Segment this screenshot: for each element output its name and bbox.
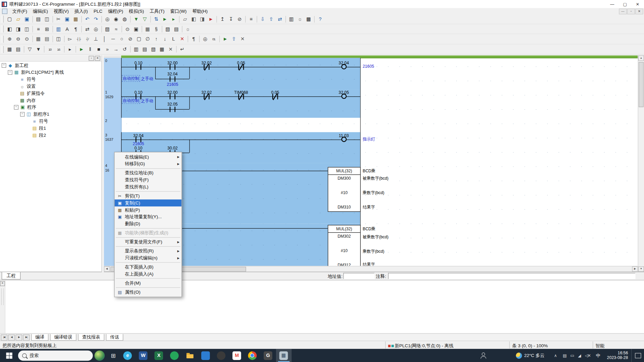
window-cascade-2-button[interactable]: ▧ (149, 45, 158, 53)
project-tab[interactable]: 工程 (2, 272, 20, 280)
context-menu-item-show-bar[interactable]: 显示条按照(R)▶ (115, 247, 182, 254)
new-closed-contact-button[interactable]: ┤/ (83, 35, 92, 43)
menu-insert[interactable]: 插入(I) (72, 8, 91, 14)
maximize-button[interactable]: ▢ (619, 0, 631, 8)
tab-compile[interactable]: 编译 (31, 334, 48, 341)
new-closed-coil-button[interactable]: ⊘ (126, 35, 135, 43)
new-instruction-button[interactable]: ▢ (135, 35, 144, 43)
online-edit-send-button[interactable]: ⇧ (229, 35, 238, 43)
tree-expander[interactable]: − (2, 63, 6, 68)
context-menu-item-paste[interactable]: ▦粘贴(P) (115, 206, 182, 214)
tree-item-ext-instructions[interactable]: ▤扩展指令 (0, 90, 101, 97)
mdi-restore-button[interactable]: ▫ (627, 8, 635, 14)
filter-down-button[interactable]: ▽ (25, 45, 34, 53)
tree-expander[interactable]: − (14, 105, 18, 109)
tree-item-new-project[interactable]: −◆新工程 (0, 62, 101, 69)
window-tile-horizontal-button[interactable]: ▥ (132, 45, 141, 53)
context-menu-item-insert-row-below[interactable]: 在下面插入(B) (115, 263, 182, 270)
output-grip[interactable] (1, 289, 4, 305)
new-or-contact-button[interactable]: ⊥ (92, 35, 100, 43)
taskbar-app-excel[interactable]: X (151, 349, 167, 362)
ladder-editor[interactable]: 0 1 1629 2 3 1637 4 16 0.10 32.00 (104, 55, 638, 272)
compile-button[interactable]: ▼ (132, 15, 141, 23)
compile-all-button[interactable]: ▽ (141, 15, 149, 23)
tree-item-program-symbols[interactable]: ≡符号 (0, 118, 101, 125)
taskbar-app-edge[interactable]: e (120, 349, 136, 362)
undo-button[interactable]: ↶ (83, 15, 92, 23)
line-delete-button[interactable]: ✕ (178, 35, 186, 43)
view-windows-button[interactable]: ◧ (5, 25, 14, 33)
transfer-to-plc-button[interactable]: ⇩ (258, 15, 267, 23)
context-menu-item-reusable-file[interactable]: 可重复使用文件(F)▶ (115, 238, 182, 245)
menu-edit[interactable]: 编辑(E) (30, 8, 51, 14)
taskbar-clock[interactable]: 16:56 2023-08-28 (607, 351, 628, 360)
scroll-up-button[interactable]: ▲ (638, 55, 644, 61)
rung-comment-button[interactable]: ¶ (71, 25, 80, 33)
new-contact-button[interactable]: ┤├ (74, 35, 83, 43)
taskbar-app-green-app[interactable] (167, 349, 182, 362)
window-tile-button[interactable]: ▤ (172, 25, 181, 33)
menu-view[interactable]: 视图(V) (51, 8, 71, 14)
select-tool-button[interactable]: ▻ (66, 35, 74, 43)
io-comment-view-button[interactable]: A (63, 25, 71, 33)
pen-workspace-icon[interactable]: ▤ (563, 353, 566, 358)
run-mode-button[interactable]: ► (207, 15, 215, 23)
ime-indicator[interactable]: 中 (596, 352, 600, 358)
io-table-button[interactable]: ▥ (287, 15, 296, 23)
force-cancel-button[interactable]: ⊘ (235, 15, 244, 23)
tab-first-button[interactable]: |◀ (1, 334, 7, 340)
comment-field[interactable] (388, 273, 635, 279)
sim-step-button[interactable]: » (103, 45, 112, 53)
find-bit-address-button[interactable]: ◎ (103, 15, 112, 23)
scroll-right-button[interactable]: ▶ (632, 266, 638, 272)
context-menu-item-delete[interactable]: 删除(D) (115, 221, 182, 228)
tree-expander[interactable]: − (8, 70, 12, 74)
tree-item-new-plc1[interactable]: −▦新PLC1[CPM2*] 离线 (0, 69, 101, 76)
view-output-button[interactable]: ◨ (14, 25, 23, 33)
tree-item-section2[interactable]: ▤段2 (0, 132, 101, 139)
view-watch-button[interactable]: ◫ (22, 25, 31, 33)
notification-center-button[interactable] (631, 349, 644, 362)
sim-pause-button[interactable]: ‖ (86, 45, 95, 53)
memory-button[interactable]: ▩ (304, 15, 313, 23)
context-menu-item-address-incremental-copy[interactable]: ▣地址增量复制(Y)... (115, 214, 182, 221)
battery-icon[interactable]: ▭ (570, 353, 574, 358)
context-menu-item-go-to[interactable]: 转移到(G)▶ (115, 161, 182, 168)
save-button[interactable]: ▣ (22, 15, 31, 23)
work-online-simulator-button[interactable]: ► (161, 15, 169, 23)
cross-reference-button[interactable]: ⇄ (83, 25, 92, 33)
taskbar-app-dark-app[interactable] (213, 349, 229, 362)
print-button[interactable]: ▤ (34, 15, 43, 23)
mdi-close-button[interactable]: ✕ (635, 8, 643, 14)
taskbar-app-blue-app[interactable] (198, 349, 214, 362)
horizontal-scrollbar[interactable]: ◀ ▶ (104, 266, 638, 272)
window-arrange-icons-button[interactable]: ▦ (158, 45, 166, 53)
tree-expander[interactable]: − (20, 112, 24, 116)
window-tile-vertical-button[interactable]: ▤ (141, 45, 149, 53)
filter-up-button[interactable]: ▼ (34, 45, 43, 53)
mdi-minimize-button[interactable]: — (619, 8, 627, 14)
ruler-button[interactable]: ▤ (43, 35, 51, 43)
sim-run-to-button[interactable]: → (112, 45, 120, 53)
context-menu-item-properties[interactable]: ▤属性(O) (115, 289, 182, 296)
open-button[interactable]: ▱ (14, 15, 23, 23)
online-edit-cancel-button[interactable]: ✕ (238, 35, 247, 43)
help-button[interactable]: ? (316, 15, 325, 23)
print-preview-button[interactable]: ◫ (43, 15, 51, 23)
address-reference-button[interactable]: ◎ (92, 25, 100, 33)
tree-item-new-program1[interactable]: −◫新程序1 (0, 111, 101, 118)
symbols-table-button[interactable]: ▥ (54, 25, 63, 33)
decimal-button[interactable]: 10 (46, 45, 54, 53)
tab-compile-errors[interactable]: 编译错误 (50, 334, 76, 341)
new-coil-button[interactable]: ○ (117, 35, 126, 43)
io-graphic-button[interactable]: ▦ (5, 45, 14, 53)
online-edit-begin-button[interactable]: ► (221, 35, 230, 43)
new-button[interactable]: ▢ (5, 15, 14, 23)
time-chart-button[interactable]: ≈ (112, 25, 120, 33)
invert-button[interactable]: ∅ (143, 35, 152, 43)
plc-settings-button[interactable]: ☼ (296, 15, 305, 23)
monitor-mode-button[interactable]: ◨ (198, 15, 207, 23)
panel-close-button[interactable]: ✕ (95, 56, 100, 61)
zoom-in-button[interactable]: ⊕ (5, 35, 14, 43)
cut-button[interactable]: ✂ (54, 15, 63, 23)
